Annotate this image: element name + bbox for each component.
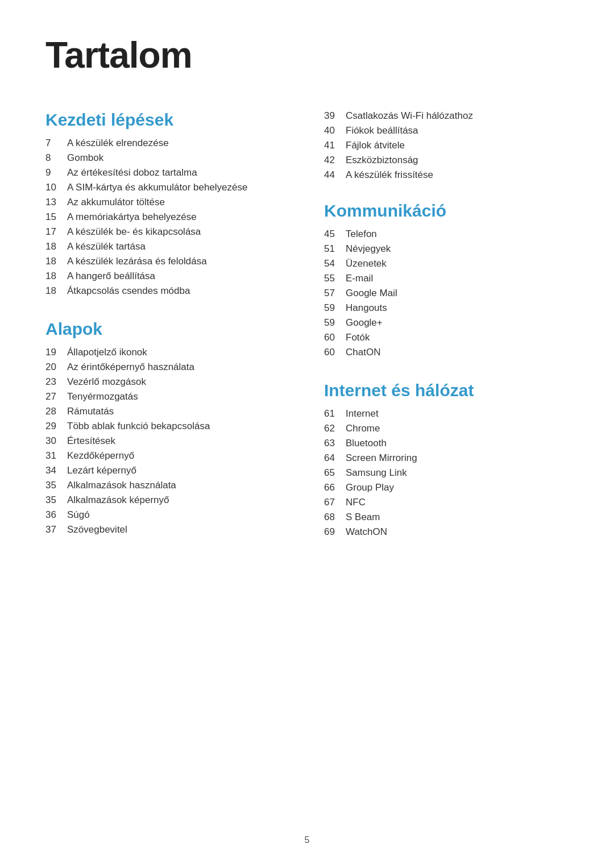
list-item: 65 Samsung Link	[324, 467, 569, 479]
section-title-internet: Internet és hálózat	[324, 381, 569, 400]
toc-list-kapcsolodas: 39 Csatlakozás Wi-Fi hálózathoz 40 Fióko…	[324, 110, 569, 181]
toc-number: 64	[324, 452, 346, 464]
toc-text: Vezérlő mozgások	[67, 376, 290, 388]
toc-number: 17	[45, 226, 67, 238]
list-item: 35 Alkalmazások képernyő	[45, 495, 290, 506]
section-alapok: Alapok 19 Állapotjelző ikonok 20 Az érin…	[45, 319, 290, 535]
toc-number: 45	[324, 229, 346, 240]
toc-text: A készülék be- és kikapcsolása	[67, 226, 290, 238]
toc-number: 65	[324, 467, 346, 479]
toc-text: Az érintőképernyő használata	[67, 362, 290, 373]
toc-text: Értesítések	[67, 435, 290, 447]
list-item: 20 Az érintőképernyő használata	[45, 362, 290, 373]
toc-text: NFC	[346, 497, 569, 508]
toc-list-kezdeti: 7 A készülék elrendezése 8 Gombok 9 Az é…	[45, 138, 290, 297]
list-item: 10 A SIM-kártya és akkumulátor behelyezé…	[45, 182, 290, 193]
toc-number: 59	[324, 317, 346, 329]
toc-number: 19	[45, 347, 67, 358]
list-item: 55 E-mail	[324, 273, 569, 284]
list-item: 18 A készülék tartása	[45, 241, 290, 252]
toc-text: Az akkumulátor töltése	[67, 197, 290, 208]
list-item: 40 Fiókok beállítása	[324, 125, 569, 136]
content-columns: Kezdeti lépések 7 A készülék elrendezése…	[45, 110, 569, 560]
toc-number: 29	[45, 421, 67, 432]
toc-number: 59	[324, 302, 346, 314]
toc-text: Gombok	[67, 152, 290, 164]
toc-number: 40	[324, 125, 346, 136]
list-item: 68 S Beam	[324, 512, 569, 523]
toc-text: Fájlok átvitele	[346, 140, 569, 151]
list-item: 18 A készülék lezárása és feloldása	[45, 256, 290, 267]
toc-text: A készülék frissítése	[346, 169, 569, 181]
list-item: 18 A hangerő beállítása	[45, 271, 290, 282]
toc-number: 10	[45, 182, 67, 193]
toc-text: A készülék lezárása és feloldása	[67, 256, 290, 267]
page-title: Tartalom	[45, 34, 569, 76]
toc-text: Állapotjelző ikonok	[67, 347, 290, 358]
list-item: 9 Az értékesítési doboz tartalma	[45, 167, 290, 178]
list-item: 31 Kezdőképernyő	[45, 450, 290, 462]
toc-number: 66	[324, 482, 346, 493]
toc-list-internet: 61 Internet 62 Chrome 63 Bluetooth 64 Sc…	[324, 408, 569, 538]
list-item: 19 Állapotjelző ikonok	[45, 347, 290, 358]
toc-list-alapok: 19 Állapotjelző ikonok 20 Az érintőképer…	[45, 347, 290, 535]
toc-text: A memóriakártya behelyezése	[67, 211, 290, 223]
toc-text: Alkalmazások használata	[67, 480, 290, 491]
toc-number: 36	[45, 509, 67, 521]
list-item: 15 A memóriakártya behelyezése	[45, 211, 290, 223]
toc-text: Bluetooth	[346, 438, 569, 449]
toc-text: Screen Mirroring	[346, 452, 569, 464]
toc-text: Chrome	[346, 423, 569, 434]
list-item: 45 Telefon	[324, 229, 569, 240]
toc-number: 18	[45, 285, 67, 297]
page-container: Tartalom Kezdeti lépések 7 A készülék el…	[0, 0, 614, 606]
list-item: 18 Átkapcsolás csendes módba	[45, 285, 290, 297]
list-item: 8 Gombok	[45, 152, 290, 164]
toc-number: 44	[324, 169, 346, 181]
toc-number: 68	[324, 512, 346, 523]
toc-text: Hangouts	[346, 302, 569, 314]
list-item: 63 Bluetooth	[324, 438, 569, 449]
toc-number: 8	[45, 152, 67, 164]
list-item: 27 Tenyérmozgatás	[45, 391, 290, 402]
toc-number: 35	[45, 495, 67, 506]
section-internet: Internet és hálózat 61 Internet 62 Chrom…	[324, 381, 569, 538]
section-kommunikacio: Kommunikáció 45 Telefon 51 Névjegyek 54 …	[324, 201, 569, 358]
page-number: 5	[0, 835, 614, 845]
toc-number: 67	[324, 497, 346, 508]
list-item: 37 Szövegbevitel	[45, 524, 290, 535]
toc-number: 41	[324, 140, 346, 151]
toc-text: Samsung Link	[346, 467, 569, 479]
toc-number: 60	[324, 347, 346, 358]
toc-number: 61	[324, 408, 346, 420]
toc-number: 57	[324, 288, 346, 299]
toc-text: Alkalmazások képernyő	[67, 495, 290, 506]
toc-text: Lezárt képernyő	[67, 465, 290, 476]
toc-text: Súgó	[67, 509, 290, 521]
toc-text: Group Play	[346, 482, 569, 493]
list-item: 13 Az akkumulátor töltése	[45, 197, 290, 208]
toc-number: 62	[324, 423, 346, 434]
toc-text: Telefon	[346, 229, 569, 240]
toc-text: S Beam	[346, 512, 569, 523]
toc-text: Tenyérmozgatás	[67, 391, 290, 402]
list-item: 41 Fájlok átvitele	[324, 140, 569, 151]
list-item: 23 Vezérlő mozgások	[45, 376, 290, 388]
list-item: 61 Internet	[324, 408, 569, 420]
list-item: 34 Lezárt képernyő	[45, 465, 290, 476]
list-item: 51 Névjegyek	[324, 243, 569, 255]
toc-text: ChatON	[346, 347, 569, 358]
section-kapcsolodas: 39 Csatlakozás Wi-Fi hálózathoz 40 Fióko…	[324, 110, 569, 181]
list-item: 60 Fotók	[324, 332, 569, 343]
toc-text: Több ablak funkció bekapcsolása	[67, 421, 290, 432]
toc-list-kommunikacio: 45 Telefon 51 Névjegyek 54 Üzenetek 55 E…	[324, 229, 569, 358]
toc-text: Csatlakozás Wi-Fi hálózathoz	[346, 110, 569, 122]
toc-text: Névjegyek	[346, 243, 569, 255]
toc-text: WatchON	[346, 526, 569, 538]
section-title-kommunikacio: Kommunikáció	[324, 201, 569, 221]
toc-number: 27	[45, 391, 67, 402]
toc-number: 60	[324, 332, 346, 343]
toc-number: 18	[45, 271, 67, 282]
list-item: 62 Chrome	[324, 423, 569, 434]
list-item: 67 NFC	[324, 497, 569, 508]
